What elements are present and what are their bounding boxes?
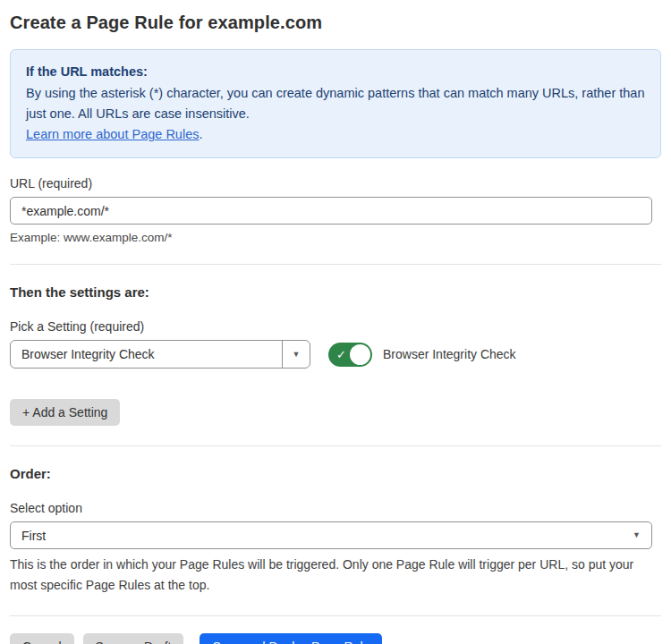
save-and-deploy-button[interactable]: Save and Deploy Page Rule [200,633,382,644]
browser-integrity-toggle[interactable]: ✓ [328,343,372,367]
toggle-knob [350,344,370,365]
footer-actions: Cancel Save as Draft Save and Deploy Pag… [10,633,661,644]
learn-more-link[interactable]: Learn more about Page Rules [26,127,199,141]
save-as-draft-button[interactable]: Save as Draft [83,633,184,644]
browser-integrity-toggle-group: ✓ Browser Integrity Check [328,343,516,367]
order-description: This is the order in which your Page Rul… [10,555,658,596]
pick-setting-label: Pick a Setting (required) [10,319,661,334]
url-field-label: URL (required) [10,176,661,191]
chevron-down-icon: ▼ [633,531,641,539]
page-title: Create a Page Rule for example.com [10,13,661,33]
toggle-label: Browser Integrity Check [383,347,516,361]
url-match-info-box: If the URL matches: By using the asteris… [10,49,661,158]
setting-dropdown-value: Browser Integrity Check [11,341,282,368]
url-example-text: Example: www.example.com/* [10,231,661,244]
divider [10,264,661,265]
info-box-link-line: Learn more about Page Rules. [26,124,645,145]
link-period: . [199,127,202,141]
setting-dropdown-arrow-button[interactable]: ▼ [282,341,310,368]
check-icon: ✓ [336,348,346,361]
divider [10,615,661,616]
chevron-down-icon: ▼ [293,351,301,359]
setting-dropdown[interactable]: Browser Integrity Check ▼ [10,340,310,369]
order-select-value: First [21,529,46,543]
url-input[interactable] [10,197,652,225]
info-box-body: By using the asterisk (*) character, you… [26,83,645,124]
order-section-heading: Order: [10,466,661,481]
setting-row: Browser Integrity Check ▼ ✓ Browser Inte… [10,340,661,369]
select-option-label: Select option [10,501,661,515]
cancel-button[interactable]: Cancel [10,633,74,644]
order-select[interactable]: First ▼ [10,521,652,549]
info-box-heading: If the URL matches: [26,62,645,82]
divider [10,445,661,446]
add-setting-button[interactable]: + Add a Setting [10,399,120,426]
settings-section-heading: Then the settings are: [10,284,661,300]
create-page-rule-panel: Create a Page Rule for example.com If th… [0,0,671,644]
